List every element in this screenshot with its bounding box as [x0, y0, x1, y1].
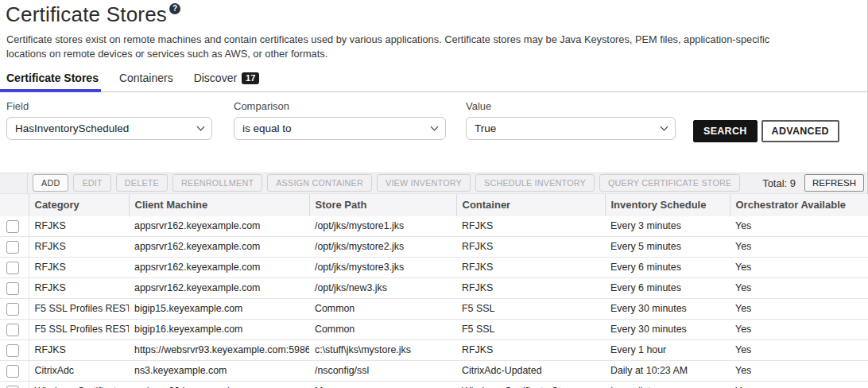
assign-container-button: ASSIGN CONTAINER — [267, 174, 372, 192]
cell-inventory-schedule: Every 6 minutes — [605, 257, 730, 277]
value-select-value: True — [475, 122, 496, 134]
cell-client-machine: bigip15.keyexample.com — [129, 298, 309, 319]
tab-count-badge: 17 — [242, 72, 259, 84]
cell-orchestrator-available: Yes — [730, 381, 868, 388]
cell-inventory-schedule: Every 5 minutes — [605, 236, 730, 257]
cell-orchestrator-available: Yes — [730, 257, 868, 277]
field-label: Field — [6, 100, 212, 112]
comparison-select-value: is equal to — [242, 122, 292, 134]
column-header-container[interactable]: Container — [456, 194, 605, 216]
cell-category: RFJKS — [29, 257, 129, 277]
cell-container: Windows Certificate Store — [456, 381, 605, 388]
cell-store-path: c:\stuff\jks\mystore.jks — [309, 340, 456, 360]
row-checkbox-cell — [0, 236, 29, 257]
row-checkbox[interactable] — [6, 303, 19, 316]
cell-inventory-schedule: Every 3 minutes — [605, 216, 730, 237]
cell-client-machine: appsrvr162.keyexample.com — [129, 216, 309, 237]
cell-client-machine: bigip16.keyexample.com — [129, 319, 309, 340]
tab-label: Discover — [194, 72, 237, 84]
total-count: Total: 9 — [762, 177, 804, 189]
row-checkbox-cell — [0, 277, 29, 298]
row-checkbox-cell — [0, 360, 29, 381]
tab-certificate-stores[interactable]: Certificate Stores — [6, 72, 99, 91]
help-icon[interactable]: ? — [169, 3, 180, 14]
value-label: Value — [466, 100, 693, 112]
tab-discover[interactable]: Discover17 — [194, 72, 260, 91]
row-checkbox[interactable] — [6, 220, 19, 233]
schedule-inventory-button: SCHEDULE INVENTORY — [475, 174, 595, 192]
cell-container: RFJKS — [456, 340, 605, 360]
cell-orchestrator-available: Yes — [730, 340, 868, 360]
cell-store-path: /nsconfig/ssl — [309, 360, 456, 381]
cell-category: RFJKS — [29, 277, 129, 298]
advanced-button[interactable]: ADVANCED — [761, 120, 839, 142]
cell-container: CitrixAdc-Updated — [456, 360, 605, 381]
edit-button: EDIT — [73, 174, 110, 192]
cell-store-path: /opt/jks/mystore2.jks — [309, 236, 456, 257]
row-checkbox[interactable] — [6, 262, 19, 274]
cell-store-path: /opt/jks/mystore3.jks — [309, 257, 456, 277]
reenrollment-button: REENROLLMENT — [172, 174, 262, 192]
row-checkbox-cell — [0, 319, 29, 340]
table-header-row: CategoryClient MachineStore PathContaine… — [0, 194, 868, 216]
cell-orchestrator-available: Yes — [730, 277, 868, 298]
cell-inventory-schedule: Every 6 minutes — [605, 277, 730, 298]
tab-containers[interactable]: Containers — [119, 72, 173, 91]
row-checkbox[interactable] — [6, 344, 19, 357]
toolbar-buttons: ADDEDITDELETEREENROLLMENTASSIGN CONTAINE… — [28, 174, 740, 192]
row-checkbox-cell — [0, 257, 29, 277]
cell-container: RFJKS — [456, 216, 605, 237]
column-header-store-path[interactable]: Store Path — [309, 194, 456, 216]
cell-category: Windows Certificate — [29, 381, 129, 388]
cell-inventory-schedule: Every 30 minutes — [605, 298, 730, 319]
cell-inventory-schedule: Every 1 hour — [605, 340, 730, 360]
cell-category: F5 SSL Profiles REST — [29, 319, 129, 340]
field-select[interactable]: HasInventoryScheduled — [6, 117, 212, 140]
cell-client-machine: appsrvr162.keyexample.com — [129, 257, 309, 277]
row-checkbox[interactable] — [6, 324, 19, 336]
column-header-category[interactable]: Category — [29, 194, 129, 216]
comparison-select[interactable]: is equal to — [234, 117, 446, 140]
table-row: RFJKShttps://websrvr93.keyexample.com:59… — [0, 340, 868, 360]
row-checkbox[interactable] — [6, 241, 19, 254]
certificate-stores-table: CategoryClient MachineStore PathContaine… — [0, 194, 868, 388]
cell-container: F5 SSL — [456, 298, 605, 319]
cell-category: RFJKS — [29, 216, 129, 237]
grid-toolbar: ADDEDITDELETEREENROLLMENTASSIGN CONTAINE… — [0, 173, 867, 194]
row-checkbox[interactable] — [6, 365, 19, 378]
table-row: F5 SSL Profiles RESTbigip16.keyexample.c… — [0, 319, 868, 340]
filter-group-field: Field HasInventoryScheduled — [6, 100, 212, 140]
cell-store-path: Common — [309, 298, 456, 319]
row-checkbox-cell — [0, 298, 29, 319]
toolbar-checkbox-spacer — [0, 173, 28, 193]
cell-client-machine: https://websrvr93.keyexample.com:5986 — [129, 340, 309, 360]
cell-client-machine: appsrvr162.keyexample.com — [129, 236, 309, 257]
query-certificate-store-button: QUERY CERTIFICATE STORE — [599, 174, 740, 192]
refresh-button[interactable]: REFRESH — [804, 174, 864, 192]
column-header-orchestrator-available[interactable]: Orchestrator Available — [730, 194, 868, 216]
table-row: CitrixAdcns3.keyexample.com/nsconfig/ssl… — [0, 360, 868, 381]
search-button[interactable]: SEARCH — [693, 120, 758, 142]
cell-container: RFJKS — [456, 277, 605, 298]
cell-store-path: /opt/jks/mystore1.jks — [309, 216, 456, 237]
row-checkbox[interactable] — [6, 282, 19, 295]
filter-group-value: Value True — [466, 100, 693, 140]
cell-container: RFJKS — [456, 257, 605, 277]
column-header-client-machine[interactable]: Client Machine — [129, 194, 309, 216]
chevron-down-icon — [431, 122, 439, 130]
cell-orchestrator-available: Yes — [730, 319, 868, 340]
table-row: RFJKSappsrvr162.keyexample.com/opt/jks/m… — [0, 216, 868, 237]
cell-store-path: Common — [309, 319, 456, 340]
table-body: RFJKSappsrvr162.keyexample.com/opt/jks/m… — [0, 216, 868, 388]
value-select[interactable]: True — [466, 117, 676, 140]
table-row: RFJKSappsrvr162.keyexample.com/opt/jks/m… — [0, 236, 868, 257]
cell-orchestrator-available: Yes — [730, 216, 868, 237]
column-header-inventory-schedule[interactable]: Inventory Schedule — [605, 194, 730, 216]
filter-actions: SEARCH ADVANCED — [693, 120, 839, 142]
table-row: RFJKSappsrvr162.keyexample.com/opt/jks/n… — [0, 277, 868, 298]
comparison-label: Comparison — [234, 100, 466, 112]
chevron-down-icon — [197, 122, 205, 130]
cell-client-machine: ns3.keyexample.com — [129, 360, 309, 381]
tab-label: Containers — [119, 72, 173, 84]
add-button[interactable]: ADD — [33, 174, 68, 192]
